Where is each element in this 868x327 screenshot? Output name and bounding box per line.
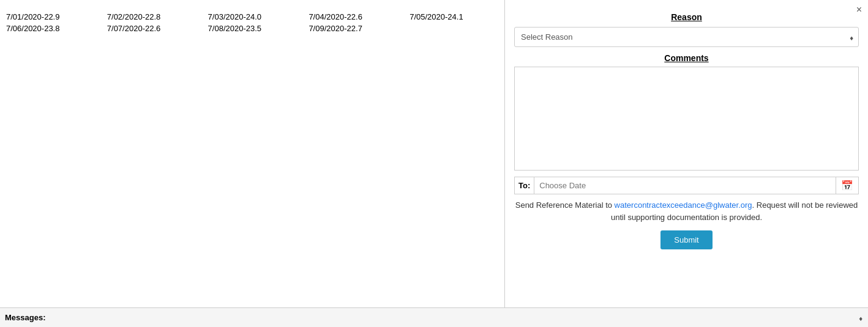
data-cell: 7/02/2020-22.8 <box>107 12 196 21</box>
reason-section-label: Reason <box>514 12 859 22</box>
data-cell: 7/03/2020-24.0 <box>208 12 297 21</box>
main-container: 7/01/2020-22.9 7/02/2020-22.8 7/03/2020-… <box>0 0 868 327</box>
reason-select-wrapper: Select Reason Option 1 Option 2 Option 3… <box>514 27 859 47</box>
data-cell: 7/05/2020-24.1 <box>410 12 498 21</box>
to-label: To: <box>515 177 534 194</box>
reason-select[interactable]: Select Reason Option 1 Option 2 Option 3 <box>514 27 859 47</box>
calendar-button[interactable]: 📅 <box>836 177 858 194</box>
data-cell: 7/04/2020-22.6 <box>309 12 397 21</box>
data-cell: 7/09/2020-22.7 <box>309 24 397 33</box>
right-panel: × Reason Select Reason Option 1 Option 2… <box>505 0 868 327</box>
calendar-icon: 📅 <box>841 180 853 191</box>
date-input[interactable] <box>534 177 836 194</box>
data-cell: 7/08/2020-23.5 <box>208 24 297 33</box>
data-grid: 7/01/2020-22.9 7/02/2020-22.8 7/03/2020-… <box>6 6 498 33</box>
data-cell <box>410 24 498 33</box>
data-cell: 7/07/2020-22.6 <box>107 24 196 33</box>
left-panel: 7/01/2020-22.9 7/02/2020-22.8 7/03/2020-… <box>0 0 505 327</box>
messages-select-arrow-icon: ⬧ <box>858 313 863 323</box>
info-text-before: Send Reference Material to <box>515 200 615 210</box>
submit-button[interactable]: Submit <box>660 230 712 249</box>
data-cell: 7/06/2020-23.8 <box>6 24 95 33</box>
messages-label: Messages: <box>5 313 45 322</box>
messages-bar: Messages: ⬧ <box>0 307 868 327</box>
info-email-link[interactable]: watercontractexceedance@glwater.org <box>615 200 752 210</box>
info-text: Send Reference Material to watercontract… <box>514 199 859 223</box>
comments-section-label: Comments <box>514 53 859 63</box>
comments-textarea[interactable] <box>514 67 859 171</box>
to-row: To: 📅 <box>514 177 859 194</box>
close-button[interactable]: × <box>856 5 862 15</box>
messages-select[interactable] <box>50 313 858 322</box>
data-cell: 7/01/2020-22.9 <box>6 12 95 21</box>
